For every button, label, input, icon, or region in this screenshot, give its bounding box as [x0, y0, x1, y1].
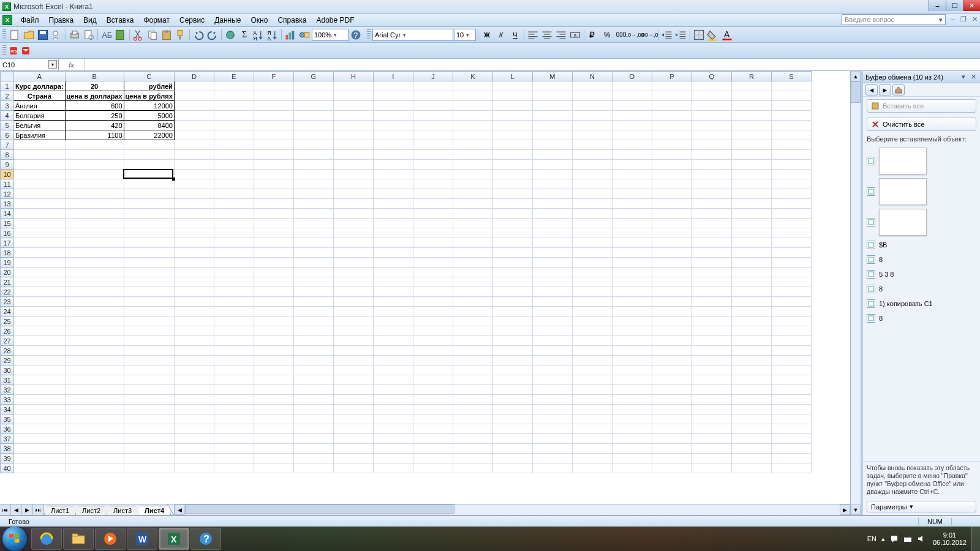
- cell-Q10[interactable]: [692, 170, 731, 179]
- cell-J33[interactable]: [413, 395, 453, 405]
- cell-B31[interactable]: [65, 375, 124, 385]
- cell-O3[interactable]: [612, 101, 652, 111]
- redo-button[interactable]: [206, 28, 219, 42]
- cell-J28[interactable]: [413, 346, 453, 356]
- cell-H23[interactable]: [333, 297, 373, 307]
- hyperlink-button[interactable]: [224, 28, 237, 42]
- clipboard-item[interactable]: 8: [865, 311, 978, 326]
- cell-Q5[interactable]: [692, 121, 731, 130]
- cell-F38[interactable]: [254, 444, 293, 454]
- cell-H4[interactable]: [333, 111, 373, 121]
- cell-B1[interactable]: 20: [65, 81, 124, 91]
- cell-P12[interactable]: [652, 189, 692, 199]
- cell-M24[interactable]: [532, 307, 572, 317]
- cut-button[interactable]: [132, 28, 145, 42]
- menu-tools[interactable]: Сервис: [175, 15, 209, 26]
- cell-K19[interactable]: [453, 258, 492, 268]
- cell-E16[interactable]: [214, 228, 254, 238]
- cell-O20[interactable]: [612, 268, 652, 277]
- cell-M40[interactable]: [532, 463, 572, 473]
- cell-N36[interactable]: [572, 424, 612, 434]
- cell-G33[interactable]: [293, 395, 333, 405]
- cell-S19[interactable]: [771, 258, 811, 268]
- clipboard-item[interactable]: 8: [865, 282, 978, 296]
- cell-P31[interactable]: [652, 375, 692, 385]
- cell-C16[interactable]: [124, 228, 174, 238]
- cell-E11[interactable]: [214, 179, 254, 189]
- new-button[interactable]: [8, 28, 21, 42]
- cell-L8[interactable]: [492, 150, 532, 160]
- cell-G40[interactable]: [293, 463, 333, 473]
- cell-C25[interactable]: [124, 317, 174, 326]
- cell-Q25[interactable]: [692, 317, 731, 326]
- row-header-6[interactable]: 6: [1, 130, 14, 140]
- cell-M23[interactable]: [532, 297, 572, 307]
- cell-E31[interactable]: [214, 375, 254, 385]
- cell-H7[interactable]: [333, 140, 373, 150]
- taskbar-explorer-button[interactable]: [63, 528, 94, 550]
- cell-L32[interactable]: [492, 385, 532, 395]
- cell-M13[interactable]: [532, 199, 572, 209]
- percent-button[interactable]: %: [600, 28, 614, 42]
- cell-K23[interactable]: [453, 297, 492, 307]
- cell-E23[interactable]: [214, 297, 254, 307]
- cell-P1[interactable]: [652, 81, 692, 91]
- cell-M25[interactable]: [532, 317, 572, 326]
- cell-D38[interactable]: [174, 444, 214, 454]
- cell-C14[interactable]: [124, 209, 174, 219]
- cell-L9[interactable]: [492, 160, 532, 170]
- cell-K21[interactable]: [453, 277, 492, 287]
- cell-R16[interactable]: [731, 228, 771, 238]
- taskpane-back-button[interactable]: ◄: [865, 84, 878, 96]
- cell-Q2[interactable]: [692, 91, 731, 101]
- cell-F40[interactable]: [254, 463, 293, 473]
- cell-N35[interactable]: [572, 414, 612, 424]
- cell-K29[interactable]: [453, 356, 492, 365]
- cell-A21[interactable]: [14, 277, 66, 287]
- cell-F28[interactable]: [254, 346, 293, 356]
- clipboard-item[interactable]: 5 3 8: [865, 267, 978, 282]
- cell-S22[interactable]: [771, 287, 811, 297]
- cell-P20[interactable]: [652, 268, 692, 277]
- menu-format[interactable]: Формат: [138, 15, 175, 26]
- cell-S26[interactable]: [771, 326, 811, 336]
- cell-Q34[interactable]: [692, 405, 731, 414]
- cell-I15[interactable]: [373, 219, 413, 228]
- menu-file[interactable]: Файл: [16, 15, 44, 26]
- column-header-L[interactable]: L: [492, 72, 532, 81]
- cell-D11[interactable]: [174, 179, 214, 189]
- cell-I38[interactable]: [373, 444, 413, 454]
- sheet-tab-Лист1[interactable]: Лист1: [44, 506, 76, 515]
- cell-Q30[interactable]: [692, 365, 731, 375]
- cell-H15[interactable]: [333, 219, 373, 228]
- cell-L36[interactable]: [492, 424, 532, 434]
- taskbar-word-button[interactable]: W: [127, 528, 157, 550]
- cell-H14[interactable]: [333, 209, 373, 219]
- row-header-40[interactable]: 40: [1, 463, 14, 473]
- cell-A12[interactable]: [14, 189, 66, 199]
- cell-Q39[interactable]: [692, 454, 731, 463]
- cell-K36[interactable]: [453, 424, 492, 434]
- cell-R14[interactable]: [731, 209, 771, 219]
- cell-I27[interactable]: [373, 336, 413, 346]
- cell-Q18[interactable]: [692, 248, 731, 258]
- taskbar-wmp-button[interactable]: [95, 528, 126, 550]
- row-header-27[interactable]: 27: [1, 336, 14, 346]
- cell-M26[interactable]: [532, 326, 572, 336]
- cell-H3[interactable]: [333, 101, 373, 111]
- cell-N32[interactable]: [572, 385, 612, 395]
- cell-M14[interactable]: [532, 209, 572, 219]
- cell-M22[interactable]: [532, 287, 572, 297]
- cell-E36[interactable]: [214, 424, 254, 434]
- cell-D6[interactable]: [174, 130, 214, 140]
- cell-I24[interactable]: [373, 307, 413, 317]
- cell-K31[interactable]: [453, 375, 492, 385]
- cell-G20[interactable]: [293, 268, 333, 277]
- cell-H16[interactable]: [333, 228, 373, 238]
- cell-E32[interactable]: [214, 385, 254, 395]
- cell-K22[interactable]: [453, 287, 492, 297]
- cell-K40[interactable]: [453, 463, 492, 473]
- cell-I28[interactable]: [373, 346, 413, 356]
- cell-H29[interactable]: [333, 356, 373, 365]
- cell-J20[interactable]: [413, 268, 453, 277]
